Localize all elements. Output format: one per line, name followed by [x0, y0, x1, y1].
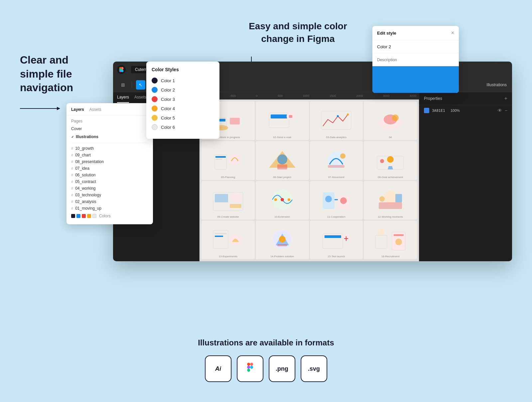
lp-layer-label: 01_moving_up — [75, 206, 101, 211]
svg-rect-55 — [325, 235, 341, 238]
lp-layer-04[interactable]: # 04_working — [66, 185, 153, 192]
svg-point-42 — [340, 197, 347, 204]
color-1-label: Color 1 — [161, 78, 175, 83]
color-styles-title: Color Styles — [152, 67, 214, 72]
lp-colors-row[interactable]: Colors — [66, 212, 153, 220]
edit-style-description-input[interactable] — [377, 58, 454, 62]
illus-figure-09 — [203, 186, 253, 214]
illus-figure-14 — [257, 225, 308, 254]
illus-figure-16 — [365, 225, 416, 254]
svg-rect-11 — [271, 114, 287, 118]
illus-label-11: 11-Cooperation — [327, 215, 345, 218]
illus-figure-06 — [257, 146, 308, 174]
lp-layer-label: 04_working — [75, 186, 95, 191]
illus-figure-13 — [203, 225, 253, 254]
lp-layer-06[interactable]: # 06_solution — [66, 172, 153, 178]
lp-colors-label: Colors — [99, 214, 111, 218]
edit-style-name-field[interactable] — [372, 40, 459, 53]
svg-rect-63 — [250, 363, 253, 366]
illus-figure-04 — [365, 106, 416, 134]
svg-point-37 — [274, 198, 277, 201]
illus-card-12: 12-Working moments — [364, 181, 417, 220]
color-style-item-4[interactable]: Color 4 — [152, 105, 214, 111]
lp-tab-assets[interactable]: Assets — [89, 107, 101, 112]
color-style-item-3[interactable]: Color 3 — [152, 96, 214, 102]
svg-rect-20 — [215, 156, 226, 158]
edit-style-color-block[interactable] — [372, 66, 459, 93]
format-ai-box: Ai — [205, 355, 231, 382]
color-4-label: Color 4 — [161, 106, 175, 111]
lp-layer-label: 05_contract — [75, 179, 96, 184]
lp-layer-01[interactable]: # 01_moving_up — [66, 205, 153, 212]
format-icons: Ai .png .svg — [198, 355, 334, 382]
lp-layer-07[interactable]: # 07_idea — [66, 165, 153, 172]
lp-layer-label: 02_analysis — [75, 199, 96, 204]
svg-rect-44 — [379, 202, 402, 209]
edit-style-description-field[interactable] — [372, 53, 459, 66]
svg-rect-65 — [250, 366, 253, 369]
tab-layers[interactable]: Layers — [117, 95, 129, 103]
tab-assets[interactable]: Assets — [134, 95, 146, 103]
lp-color-sq-5 — [92, 214, 96, 218]
color-style-item-1[interactable]: Color 1 — [152, 78, 214, 84]
lp-page-cover[interactable]: Cover — [66, 125, 153, 133]
arrow-line-icon — [20, 108, 60, 109]
illus-label-04: 04 — [389, 136, 392, 139]
lp-layer-05[interactable]: # 05_contract — [66, 178, 153, 185]
illus-card-03: 03-Data analytics — [310, 101, 363, 140]
color-property: 3A81E1 100% 👁 − — [419, 105, 512, 116]
lp-hash-icon: # — [71, 153, 73, 157]
illus-label-03: 03-Data analytics — [326, 136, 346, 139]
format-svg-box: .svg — [301, 355, 327, 382]
lp-layer-02[interactable]: # 02_analysis — [66, 198, 153, 205]
grid-tool-button[interactable]: ⊞ — [118, 80, 128, 90]
layers-panel-overlay: Layers Assets Pages Cover ✓ Illustration… — [66, 103, 153, 224]
lp-layer-08[interactable]: # 08_presentation — [66, 158, 153, 165]
visibility-icon[interactable]: 👁 — [497, 108, 502, 113]
illus-figure-07 — [311, 146, 362, 174]
color-2-label: Color 2 — [161, 88, 175, 93]
illus-label-06: 06-Start project — [273, 176, 291, 179]
format-png-label: .png — [276, 365, 288, 372]
color-styles-popup: Color Styles Color 1 Color 2 Color 3 Col… — [146, 62, 219, 139]
svg-rect-27 — [328, 165, 344, 168]
color-swatch[interactable] — [424, 108, 429, 113]
illus-label-01: 01-Work in progress — [216, 136, 240, 139]
add-property-button[interactable]: + — [504, 96, 507, 101]
select-tool-button[interactable]: ↖ — [136, 80, 145, 90]
lp-color-sq-4 — [87, 214, 91, 218]
edit-style-close-button[interactable]: × — [451, 30, 454, 36]
color-1-dot — [152, 78, 158, 84]
svg-point-43 — [384, 191, 397, 204]
illus-label-02: 02-Send e-mail — [273, 136, 291, 139]
lp-hash-icon: # — [71, 206, 73, 210]
figma-canvas: -1000-500050010001500200030004000 — [200, 92, 419, 261]
illus-label-13: 13-Experiments — [219, 255, 237, 258]
opacity-value: 100% — [451, 108, 460, 112]
color-style-item-6[interactable]: Color 6 — [152, 124, 214, 130]
color-style-item-5[interactable]: Color 5 — [152, 115, 214, 121]
edit-style-name-input[interactable] — [377, 44, 454, 49]
svg-point-18 — [392, 114, 399, 121]
svg-rect-13 — [321, 111, 351, 129]
illus-card-08: 08-Goal achievement — [364, 141, 417, 180]
illus-figure-08 — [365, 146, 416, 174]
illus-figure-15 — [311, 225, 362, 254]
lp-layer-03[interactable]: # 03_technology — [66, 192, 153, 198]
lp-layer-10[interactable]: # 10_growth — [66, 145, 153, 152]
edit-style-popup: Edit style × — [372, 26, 459, 93]
lp-divider — [71, 143, 148, 143]
lp-hash-icon: # — [71, 200, 73, 204]
color-6-dot — [152, 124, 158, 130]
lp-page-illustrations[interactable]: ✓ Illustrations — [66, 133, 153, 141]
color-style-item-2[interactable]: Color 2 — [152, 87, 214, 93]
lp-layer-09[interactable]: # 09_chart — [66, 152, 153, 158]
bottom-heading: Illustrations are available in formats — [198, 338, 334, 347]
bottom-section: Illustrations are available in formats A… — [198, 338, 334, 382]
minus-icon[interactable]: − — [505, 108, 507, 113]
illus-figure-10 — [257, 186, 308, 214]
lp-tab-layers[interactable]: Layers — [71, 107, 84, 112]
illus-card-10: 10-Extension — [256, 181, 309, 220]
svg-rect-49 — [215, 236, 223, 237]
lp-color-sq-2 — [76, 214, 80, 218]
